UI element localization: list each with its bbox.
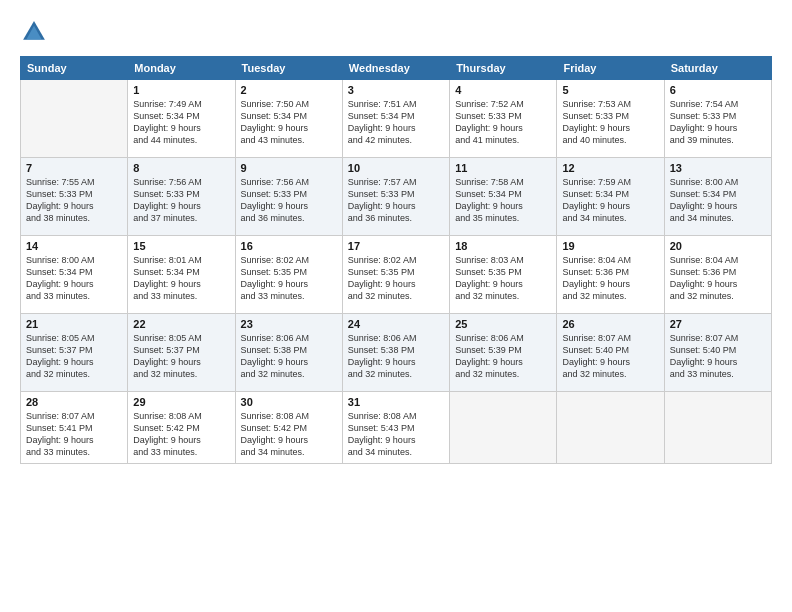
day-info: Sunrise: 8:04 AMSunset: 5:36 PMDaylight:… (670, 254, 766, 303)
day-info: Sunrise: 8:03 AMSunset: 5:35 PMDaylight:… (455, 254, 551, 303)
day-number: 30 (241, 396, 337, 408)
day-info: Sunrise: 7:57 AMSunset: 5:33 PMDaylight:… (348, 176, 444, 225)
day-number: 17 (348, 240, 444, 252)
day-info: Sunrise: 7:59 AMSunset: 5:34 PMDaylight:… (562, 176, 658, 225)
calendar-cell (450, 392, 557, 464)
day-info: Sunrise: 7:58 AMSunset: 5:34 PMDaylight:… (455, 176, 551, 225)
day-number: 2 (241, 84, 337, 96)
day-info: Sunrise: 8:08 AMSunset: 5:43 PMDaylight:… (348, 410, 444, 459)
day-number: 23 (241, 318, 337, 330)
calendar-cell: 29Sunrise: 8:08 AMSunset: 5:42 PMDayligh… (128, 392, 235, 464)
calendar-cell: 23Sunrise: 8:06 AMSunset: 5:38 PMDayligh… (235, 314, 342, 392)
logo (20, 18, 52, 46)
calendar-cell: 5Sunrise: 7:53 AMSunset: 5:33 PMDaylight… (557, 80, 664, 158)
day-number: 19 (562, 240, 658, 252)
day-number: 6 (670, 84, 766, 96)
day-number: 28 (26, 396, 122, 408)
calendar-cell: 26Sunrise: 8:07 AMSunset: 5:40 PMDayligh… (557, 314, 664, 392)
day-number: 11 (455, 162, 551, 174)
day-number: 24 (348, 318, 444, 330)
weekday-header-row: SundayMondayTuesdayWednesdayThursdayFrid… (21, 57, 772, 80)
day-number: 12 (562, 162, 658, 174)
header (20, 18, 772, 46)
calendar-cell: 12Sunrise: 7:59 AMSunset: 5:34 PMDayligh… (557, 158, 664, 236)
calendar-cell: 16Sunrise: 8:02 AMSunset: 5:35 PMDayligh… (235, 236, 342, 314)
calendar-cell: 28Sunrise: 8:07 AMSunset: 5:41 PMDayligh… (21, 392, 128, 464)
day-info: Sunrise: 7:50 AMSunset: 5:34 PMDaylight:… (241, 98, 337, 147)
day-info: Sunrise: 8:06 AMSunset: 5:38 PMDaylight:… (348, 332, 444, 381)
calendar-cell: 2Sunrise: 7:50 AMSunset: 5:34 PMDaylight… (235, 80, 342, 158)
calendar-cell: 7Sunrise: 7:55 AMSunset: 5:33 PMDaylight… (21, 158, 128, 236)
calendar-cell: 25Sunrise: 8:06 AMSunset: 5:39 PMDayligh… (450, 314, 557, 392)
day-info: Sunrise: 8:04 AMSunset: 5:36 PMDaylight:… (562, 254, 658, 303)
day-info: Sunrise: 7:56 AMSunset: 5:33 PMDaylight:… (241, 176, 337, 225)
calendar-cell: 10Sunrise: 7:57 AMSunset: 5:33 PMDayligh… (342, 158, 449, 236)
calendar-week-4: 21Sunrise: 8:05 AMSunset: 5:37 PMDayligh… (21, 314, 772, 392)
day-number: 29 (133, 396, 229, 408)
calendar-cell (21, 80, 128, 158)
day-number: 27 (670, 318, 766, 330)
day-info: Sunrise: 8:05 AMSunset: 5:37 PMDaylight:… (133, 332, 229, 381)
day-number: 7 (26, 162, 122, 174)
calendar-cell: 1Sunrise: 7:49 AMSunset: 5:34 PMDaylight… (128, 80, 235, 158)
day-number: 18 (455, 240, 551, 252)
calendar-week-2: 7Sunrise: 7:55 AMSunset: 5:33 PMDaylight… (21, 158, 772, 236)
day-number: 16 (241, 240, 337, 252)
weekday-header-saturday: Saturday (664, 57, 771, 80)
calendar-cell: 31Sunrise: 8:08 AMSunset: 5:43 PMDayligh… (342, 392, 449, 464)
calendar-cell: 24Sunrise: 8:06 AMSunset: 5:38 PMDayligh… (342, 314, 449, 392)
day-number: 25 (455, 318, 551, 330)
day-info: Sunrise: 7:54 AMSunset: 5:33 PMDaylight:… (670, 98, 766, 147)
calendar-cell: 6Sunrise: 7:54 AMSunset: 5:33 PMDaylight… (664, 80, 771, 158)
day-number: 13 (670, 162, 766, 174)
calendar-cell: 30Sunrise: 8:08 AMSunset: 5:42 PMDayligh… (235, 392, 342, 464)
day-number: 20 (670, 240, 766, 252)
day-number: 22 (133, 318, 229, 330)
day-info: Sunrise: 8:07 AMSunset: 5:40 PMDaylight:… (562, 332, 658, 381)
calendar-cell: 27Sunrise: 8:07 AMSunset: 5:40 PMDayligh… (664, 314, 771, 392)
calendar-cell: 8Sunrise: 7:56 AMSunset: 5:33 PMDaylight… (128, 158, 235, 236)
day-info: Sunrise: 8:06 AMSunset: 5:39 PMDaylight:… (455, 332, 551, 381)
day-info: Sunrise: 7:55 AMSunset: 5:33 PMDaylight:… (26, 176, 122, 225)
day-info: Sunrise: 8:06 AMSunset: 5:38 PMDaylight:… (241, 332, 337, 381)
calendar-cell (664, 392, 771, 464)
weekday-header-wednesday: Wednesday (342, 57, 449, 80)
day-info: Sunrise: 8:07 AMSunset: 5:41 PMDaylight:… (26, 410, 122, 459)
calendar-cell: 11Sunrise: 7:58 AMSunset: 5:34 PMDayligh… (450, 158, 557, 236)
calendar-cell: 21Sunrise: 8:05 AMSunset: 5:37 PMDayligh… (21, 314, 128, 392)
day-info: Sunrise: 8:05 AMSunset: 5:37 PMDaylight:… (26, 332, 122, 381)
day-info: Sunrise: 8:00 AMSunset: 5:34 PMDaylight:… (26, 254, 122, 303)
day-number: 21 (26, 318, 122, 330)
day-number: 10 (348, 162, 444, 174)
day-number: 8 (133, 162, 229, 174)
page: SundayMondayTuesdayWednesdayThursdayFrid… (0, 0, 792, 612)
calendar-cell (557, 392, 664, 464)
day-number: 3 (348, 84, 444, 96)
weekday-header-friday: Friday (557, 57, 664, 80)
calendar-cell: 22Sunrise: 8:05 AMSunset: 5:37 PMDayligh… (128, 314, 235, 392)
day-info: Sunrise: 8:01 AMSunset: 5:34 PMDaylight:… (133, 254, 229, 303)
day-number: 4 (455, 84, 551, 96)
calendar-cell: 4Sunrise: 7:52 AMSunset: 5:33 PMDaylight… (450, 80, 557, 158)
day-info: Sunrise: 7:49 AMSunset: 5:34 PMDaylight:… (133, 98, 229, 147)
day-info: Sunrise: 8:02 AMSunset: 5:35 PMDaylight:… (348, 254, 444, 303)
day-number: 5 (562, 84, 658, 96)
calendar-cell: 15Sunrise: 8:01 AMSunset: 5:34 PMDayligh… (128, 236, 235, 314)
day-info: Sunrise: 8:08 AMSunset: 5:42 PMDaylight:… (133, 410, 229, 459)
calendar-week-3: 14Sunrise: 8:00 AMSunset: 5:34 PMDayligh… (21, 236, 772, 314)
day-info: Sunrise: 8:00 AMSunset: 5:34 PMDaylight:… (670, 176, 766, 225)
calendar-cell: 20Sunrise: 8:04 AMSunset: 5:36 PMDayligh… (664, 236, 771, 314)
calendar-week-5: 28Sunrise: 8:07 AMSunset: 5:41 PMDayligh… (21, 392, 772, 464)
calendar-cell: 13Sunrise: 8:00 AMSunset: 5:34 PMDayligh… (664, 158, 771, 236)
day-info: Sunrise: 7:52 AMSunset: 5:33 PMDaylight:… (455, 98, 551, 147)
day-number: 26 (562, 318, 658, 330)
day-info: Sunrise: 8:08 AMSunset: 5:42 PMDaylight:… (241, 410, 337, 459)
day-info: Sunrise: 7:53 AMSunset: 5:33 PMDaylight:… (562, 98, 658, 147)
day-info: Sunrise: 7:56 AMSunset: 5:33 PMDaylight:… (133, 176, 229, 225)
day-info: Sunrise: 7:51 AMSunset: 5:34 PMDaylight:… (348, 98, 444, 147)
weekday-header-monday: Monday (128, 57, 235, 80)
day-number: 1 (133, 84, 229, 96)
calendar-cell: 19Sunrise: 8:04 AMSunset: 5:36 PMDayligh… (557, 236, 664, 314)
calendar-cell: 14Sunrise: 8:00 AMSunset: 5:34 PMDayligh… (21, 236, 128, 314)
calendar-cell: 18Sunrise: 8:03 AMSunset: 5:35 PMDayligh… (450, 236, 557, 314)
